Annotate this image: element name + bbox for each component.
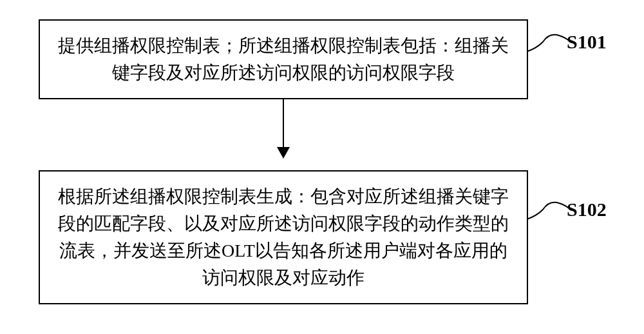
step-label-2: S102 xyxy=(567,199,607,221)
flowchart-step-1: 提供组播权限控制表；所述组播权限控制表包括：组播关键字段及对应所述访问权限的访问… xyxy=(39,19,528,99)
flowchart-container: 提供组播权限控制表；所述组播权限控制表包括：组播关键字段及对应所述访问权限的访问… xyxy=(39,19,528,304)
arrow-line xyxy=(283,99,284,157)
step-2-text: 根据所述组播权限控制表生成：包含对应所述组播关键字段的匹配字段、以及对应所述访问… xyxy=(58,186,509,288)
flowchart-arrow xyxy=(39,99,528,170)
connector-curve-1-icon xyxy=(527,26,572,58)
connector-curve-2-icon xyxy=(527,193,572,226)
step-label-1: S101 xyxy=(567,31,607,53)
flowchart-step-2: 根据所述组播权限控制表生成：包含对应所述组播关键字段的匹配字段、以及对应所述访问… xyxy=(39,170,528,304)
step-1-text: 提供组播权限控制表；所述组播权限控制表包括：组播关键字段及对应所述访问权限的访问… xyxy=(58,35,509,83)
arrow-head-icon xyxy=(277,147,290,159)
